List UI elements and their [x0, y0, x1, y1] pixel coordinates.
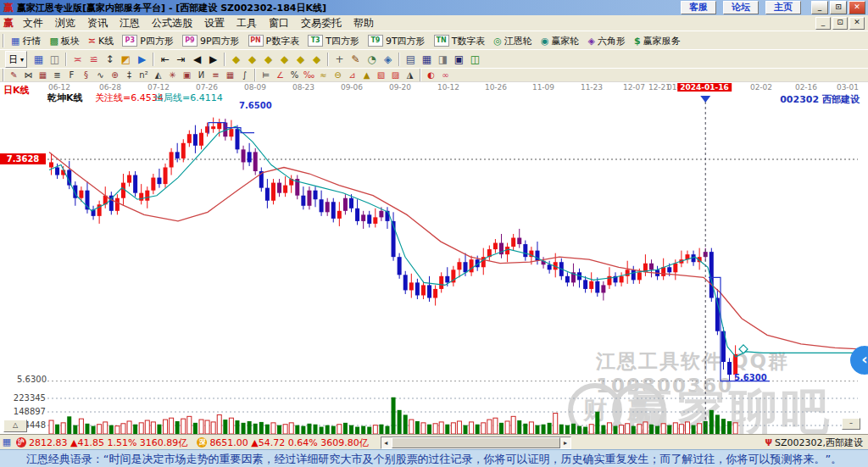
toolbar-button-gann-wheel[interactable]: ◎江恩轮 — [489, 32, 537, 49]
draw-tri2-icon[interactable]: ▲ — [359, 69, 374, 81]
net-icon[interactable]: ◫ — [467, 52, 483, 67]
draw-hash-icon[interactable]: ‡ — [122, 69, 136, 81]
maximize-button[interactable]: ⊡ — [830, 1, 847, 14]
last-icon[interactable]: ⇥ — [173, 52, 189, 67]
diamond1-icon[interactable]: ◆ — [228, 52, 244, 67]
draw-box-icon[interactable]: ▣ — [180, 69, 194, 81]
mdi-minimize-button[interactable]: _ — [815, 17, 831, 30]
panel-icon[interactable]: ▦ — [31, 52, 47, 67]
menu-设置[interactable]: 设置 — [198, 16, 231, 31]
scroll-left-icon[interactable]: ◂ — [381, 439, 391, 447]
toolbar-button-sectors[interactable]: ▩板块 — [45, 32, 83, 49]
draw-grid2-icon[interactable]: ▦ — [223, 69, 237, 81]
pie-icon[interactable]: ◔ — [364, 52, 380, 67]
kline-red2-icon[interactable]: ≌ — [86, 52, 102, 67]
report-icon[interactable]: ◫ — [47, 52, 63, 67]
menu-公式选股[interactable]: 公式选股 — [146, 16, 198, 31]
list-icon[interactable]: ◨ — [435, 52, 451, 67]
minimize-button[interactable]: _ — [811, 1, 828, 14]
draw-f-icon[interactable]: F — [64, 69, 79, 81]
diamond4-icon[interactable]: ◆ — [276, 52, 292, 67]
draw-n2-icon[interactable]: n² — [136, 69, 151, 81]
menu-资讯[interactable]: 资讯 — [81, 16, 114, 31]
menu-帮助[interactable]: 帮助 — [348, 16, 380, 31]
menu-工具[interactable]: 工具 — [231, 16, 263, 31]
menu-窗口[interactable]: 窗口 — [263, 16, 295, 31]
toolbar-button-quotes[interactable]: ▦行情 — [7, 32, 45, 49]
diamond5-icon[interactable]: ◆ — [292, 52, 309, 67]
title-link-论坛[interactable]: 论坛 — [723, 1, 759, 14]
expand-triangle-button[interactable]: △ — [3, 420, 27, 432]
first-icon[interactable]: ⇤ — [157, 52, 173, 67]
toolbar-button-9t-square[interactable]: T99T四方形 — [364, 32, 430, 49]
toolbar-button-p-table[interactable]: PNP数字表 — [244, 32, 304, 49]
close-button[interactable]: ✕ — [849, 1, 865, 14]
mdi-restore-button[interactable]: ⊡ — [832, 17, 848, 30]
draw-gold-icon[interactable]: ⊖ — [331, 69, 345, 81]
candle-body — [385, 211, 389, 221]
menu-浏览[interactable]: 浏览 — [49, 16, 81, 31]
toolbar-button-kline[interactable]: ≍K线 — [84, 32, 118, 49]
horizontal-scrollbar[interactable]: ◂ ▸ — [381, 436, 571, 449]
draw-shade2-icon[interactable]: ▨ — [388, 69, 403, 81]
draw-tri-icon[interactable]: ⊿ — [345, 69, 359, 81]
menu-文件[interactable]: 文件 — [17, 16, 49, 31]
toolbar-button-t-square[interactable]: T3T四方形 — [303, 32, 364, 49]
diamond2-icon[interactable]: ◆ — [244, 52, 260, 67]
quote-grid-icon[interactable]: ▦ — [0, 435, 14, 450]
volume-bar-up — [481, 423, 486, 434]
draw-gann-icon[interactable]: ⊨ — [259, 69, 273, 81]
infinity-icon[interactable]: ∞ — [438, 69, 453, 81]
taiji-icon[interactable]: ◐ — [424, 69, 438, 81]
draw-grid-icon[interactable]: ⋈ — [21, 69, 36, 81]
draw-fan-icon[interactable]: ∠ — [273, 69, 287, 81]
scroll-right-icon[interactable]: ▸ — [561, 439, 570, 447]
toolbar-button-p-square[interactable]: P3P四方形 — [118, 32, 178, 49]
draw-angle-icon[interactable]: ◭ — [151, 69, 165, 81]
draw-bars-icon[interactable]: ≡ — [209, 69, 223, 81]
title-link-客服[interactable]: 客服 — [681, 1, 716, 14]
draw-lines-icon[interactable]: ≣ — [50, 69, 64, 81]
draw-n-icon[interactable]: И — [194, 69, 209, 81]
draw-permille-icon[interactable]: ‰ — [302, 69, 316, 81]
scale-icon[interactable]: ↕ — [102, 52, 118, 67]
draw-half-icon[interactable]: ◮ — [403, 69, 417, 81]
menu-交易委托[interactable]: 交易委托 — [295, 16, 348, 31]
mdi-close-button[interactable]: ✕ — [849, 17, 865, 30]
draw-approx-icon[interactable]: ≈ — [316, 69, 331, 81]
draw-pen-icon[interactable]: ✎ — [7, 69, 21, 81]
hand-icon[interactable]: + — [331, 52, 348, 67]
kline-chart[interactable] — [0, 93, 868, 434]
volume-bar-down — [326, 425, 330, 434]
scrollbar-thumb[interactable] — [392, 437, 560, 448]
draw-spiral-icon[interactable]: § — [79, 69, 93, 81]
menu-江恩[interactable]: 江恩 — [114, 16, 146, 31]
draw-star-icon[interactable]: ✳ — [165, 69, 180, 81]
pen-icon[interactable]: ✎ — [348, 52, 364, 67]
title-link-主页[interactable]: 主页 — [765, 1, 801, 14]
draw-square-icon[interactable]: ▦ — [36, 69, 50, 81]
draw-curve-icon[interactable]: ∫ — [237, 69, 252, 81]
calculator-icon[interactable]: ▦ — [419, 52, 435, 67]
toolbar-button-t-table[interactable]: TNT数字表 — [430, 32, 490, 49]
toolbar-button-winner-service[interactable]: $赢家服务 — [630, 32, 685, 49]
gem-icon[interactable]: ◈ — [380, 52, 396, 67]
draw-circle-icon[interactable]: ⊕ — [108, 69, 122, 81]
next-icon[interactable]: ▶ — [205, 52, 221, 67]
gradient-icon[interactable]: ▶ — [134, 52, 150, 67]
save-icon[interactable]: ▣ — [451, 52, 467, 67]
period-dropdown[interactable]: 日▾ — [5, 51, 27, 68]
draw-shade-icon[interactable]: ▧ — [374, 69, 388, 81]
paint-icon[interactable]: ◩ — [118, 52, 134, 67]
volume-minimize-button[interactable]: – — [842, 418, 860, 430]
prev-icon[interactable]: ◀ — [189, 52, 205, 67]
draw-wave-icon[interactable]: ∿ — [93, 69, 108, 81]
diamond3-icon[interactable]: ◆ — [260, 52, 276, 67]
diamond6-icon[interactable]: ◆ — [309, 52, 325, 67]
draw-pct-icon[interactable]: % — [287, 69, 302, 81]
calendar-icon[interactable]: ▤ — [403, 52, 419, 67]
toolbar-button-hexagon[interactable]: ◈六角形 — [584, 32, 630, 49]
kline-red-icon[interactable]: ≍ — [70, 52, 86, 67]
toolbar-button-winner-wheel[interactable]: ◉赢家轮 — [537, 32, 584, 49]
toolbar-button-9p-square[interactable]: P99P四方形 — [178, 32, 244, 49]
